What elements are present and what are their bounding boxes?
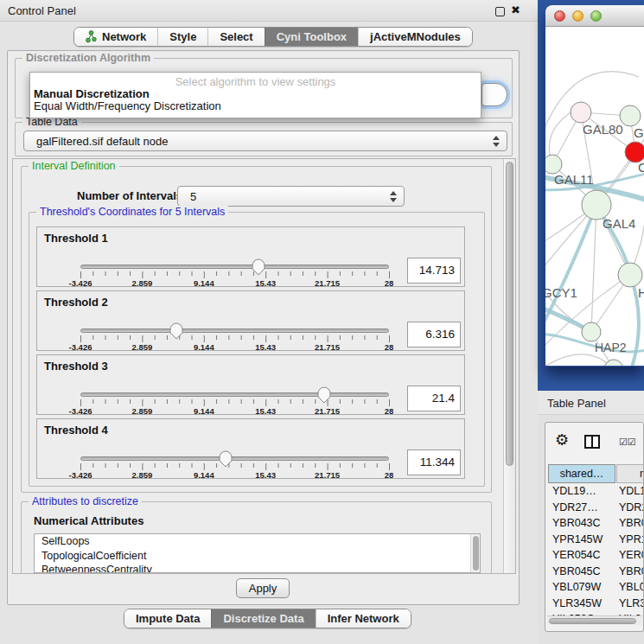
number-of-intervals-combo[interactable]: 5 (177, 186, 405, 207)
split-columns-icon[interactable] (584, 435, 600, 449)
attribute-item-betweennesscentrality[interactable]: BetweennessCentrality (35, 563, 480, 573)
table-panel-titlebar: Table Panel (538, 391, 644, 415)
float-window-icon[interactable] (495, 7, 505, 16)
algorithm-option-equal-width-frequency-discretization[interactable]: Equal Width/Frequency Discretization (34, 99, 221, 112)
cell-name[interactable]: YDL1 (619, 483, 644, 500)
cell-shared-name[interactable]: YDL19… (552, 483, 596, 500)
tick-label: 2.859 (120, 278, 163, 288)
cell-name[interactable]: YDR2 (619, 500, 644, 516)
tick-label: 2.859 (120, 342, 163, 352)
table-row[interactable]: YDR27…YDR2 (548, 500, 644, 516)
horizontal-scrollbar[interactable] (547, 615, 642, 625)
slider-track[interactable] (80, 392, 389, 397)
control-panel-titlebar: Control Panel ✖ (0, 0, 538, 22)
gear-icon[interactable]: ⚙ (555, 432, 569, 448)
cell-name[interactable]: YBR0 (619, 515, 644, 532)
table-row[interactable]: YBR043CYBR0 (548, 515, 644, 532)
network-node[interactable] (582, 190, 611, 220)
algorithm-combo-focus-ring[interactable] (481, 83, 507, 106)
tick-label: 28 (367, 342, 411, 352)
tick-label: -3.426 (59, 278, 102, 288)
cell-shared-name[interactable]: YLR345W (552, 596, 602, 612)
threshold-value-field[interactable]: 21.4 (407, 386, 461, 411)
cell-name[interactable]: YER0 (619, 547, 644, 564)
tick-label: 28 (367, 470, 411, 480)
tab-infer-network[interactable]: Infer Network (316, 609, 411, 628)
vertical-scrollbar-thumb[interactable] (506, 162, 513, 466)
network-node-label: GA (634, 125, 644, 140)
zoom-traffic-light-icon[interactable] (590, 10, 602, 22)
tab-label: Style (169, 30, 196, 43)
tab-network[interactable]: Network (74, 28, 157, 46)
discretization-algorithm-label: Discretization Algorithm (22, 52, 154, 64)
cell-name[interactable]: YBR0 (619, 564, 644, 580)
tab-style[interactable]: Style (157, 28, 207, 46)
close-traffic-light-icon[interactable] (554, 10, 565, 22)
network-canvas[interactable]: GAL80GACGAL11GAL4GCY1HHAP2 (545, 27, 644, 366)
slider-track[interactable] (80, 328, 389, 333)
network-node[interactable] (545, 155, 562, 174)
tick-label: 2.859 (120, 470, 163, 480)
table-data-combo[interactable]: galFiltered.sif default node (23, 131, 507, 151)
network-edge-highlighted (545, 205, 596, 338)
cell-shared-name[interactable]: YBL079W (552, 579, 601, 596)
horizontal-scrollbar-thumb[interactable] (549, 618, 636, 624)
network-node[interactable] (604, 360, 623, 366)
threshold-label: Threshold 2 (44, 296, 108, 309)
threshold-value-field[interactable]: 6.316 (407, 322, 461, 348)
tab-label: Infer Network (328, 612, 399, 625)
network-window-titlebar[interactable] (545, 5, 644, 27)
network-node-label: H (638, 285, 644, 300)
table-row[interactable]: YPR145WYPR1 (548, 532, 644, 548)
tab-cyni-toolbox[interactable]: Cyni Toolbox (265, 28, 358, 46)
table-row[interactable]: YBL079WYBL0 (548, 579, 644, 596)
network-node[interactable] (571, 102, 591, 123)
apply-button[interactable]: Apply (236, 578, 290, 598)
cell-name[interactable]: YBL0 (619, 579, 644, 596)
cell-name[interactable]: YPR1 (619, 532, 644, 548)
slider-track[interactable] (80, 456, 389, 461)
vertical-scrollbar[interactable] (503, 159, 515, 573)
table-row[interactable]: YLR345WYLR3 (548, 596, 644, 612)
network-node-label: GCY1 (545, 285, 577, 300)
threshold-label: Threshold 4 (44, 424, 108, 437)
table-row[interactable]: YER054CYER0 (548, 547, 644, 564)
number-of-intervals-label: Number of Intervals (77, 189, 182, 202)
network-node[interactable] (582, 322, 601, 341)
tab-jactivemnodules[interactable]: jActiveMNodules (358, 28, 472, 46)
interval-definition-group: Interval Definition Number of Intervals … (21, 166, 492, 493)
slider-track[interactable] (80, 265, 389, 269)
thresholds-group: Threshold's Coordinates for 5 Intervals … (29, 212, 485, 487)
attributes-scrollbar-thumb[interactable] (473, 536, 479, 571)
cell-shared-name[interactable]: YDR27… (552, 500, 598, 516)
column-header-name[interactable]: n (616, 464, 644, 483)
cell-shared-name[interactable]: YBR043C (552, 515, 601, 532)
cell-shared-name[interactable]: YER054C (552, 547, 601, 564)
slider-tick-labels: -3.4262.8599.14415.4321.71528 (80, 342, 390, 351)
tab-impute-data[interactable]: Impute Data (124, 609, 211, 628)
column-header-shared[interactable]: shared… (548, 464, 615, 483)
tab-select[interactable]: Select (207, 28, 264, 46)
threshold-value-field[interactable]: 11.344 (407, 450, 461, 475)
cell-shared-name[interactable]: YPR145W (552, 532, 603, 548)
network-node[interactable] (618, 263, 642, 287)
attribute-item-selfloops[interactable]: SelfLoops (35, 534, 480, 549)
tick-label: 9.144 (182, 278, 226, 288)
table-row[interactable]: YBR045CYBR0 (548, 564, 644, 580)
network-node-label: C (638, 160, 644, 175)
algorithm-option-manual-discretization[interactable]: Manual Discretization (34, 87, 150, 100)
attributes-group: Attributes to discretize Numerical Attri… (21, 501, 492, 574)
table-row[interactable]: YDL19…YDL1 (548, 483, 644, 500)
minimize-traffic-light-icon[interactable] (572, 10, 583, 22)
threshold-value-field[interactable]: 14.713 (407, 258, 461, 284)
cell-name[interactable]: YLR3 (619, 596, 644, 612)
attributes-scrollbar[interactable] (470, 534, 480, 572)
threshold-row: Threshold 3 -3.4262.8599.14415.4321.7152… (36, 354, 465, 415)
algorithm-dropdown-popup: Select algorithm to view settings Manual… (29, 72, 481, 118)
close-icon[interactable]: ✖ (511, 3, 520, 16)
attribute-item-topologicalcoefficient[interactable]: TopologicalCoefficient (35, 549, 480, 564)
tab-discretize-data[interactable]: Discretize Data (211, 609, 315, 628)
cell-shared-name[interactable]: YBR045C (552, 564, 601, 580)
select-columns-icon[interactable]: ☑☑ (619, 437, 636, 448)
cyni-toolbox-panel: Discretization Algorithm Select algorith… (7, 50, 520, 605)
